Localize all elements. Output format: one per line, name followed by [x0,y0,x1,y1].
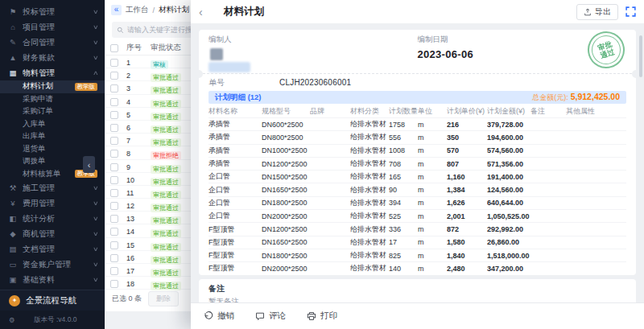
row-checkbox[interactable] [110,202,118,210]
detail-table-header: 材料名称规格型号品牌材料分类计划数量单位计划单价(¥)计划金额(¥)备注其他属性 [208,105,626,117]
breadcrumb-root[interactable]: 工作台 [126,5,149,15]
delete-button[interactable]: 删除 [148,291,179,306]
sidebar-item[interactable]: ¥ 费用管理 ∨ [0,195,105,211]
stats-icon: ◧ [8,214,18,223]
comment-button[interactable]: 评论 [255,310,286,322]
sidebar-item[interactable]: ▣ 基础资料 ∨ [0,272,105,287]
row-checkbox[interactable] [110,137,118,145]
row-checkbox[interactable] [110,124,118,132]
sidebar-item[interactable]: ◧ 统计分析 ∨ [0,211,105,226]
row-checkbox[interactable] [110,111,118,119]
table-row[interactable]: 承插管 DN1200*2500 给排水管材 708 m 807 571,356.… [208,157,626,170]
row-checkbox[interactable] [110,241,118,249]
drawer-header: ‹ 材料计划 导出 [191,0,644,24]
basics-icon: ▣ [8,275,18,284]
sidebar-item[interactable]: 出库单 [0,130,105,143]
construction-icon: ⚒ [8,183,18,192]
sidebar-item[interactable]: 退货单 [0,143,105,156]
remark-card: 备注 暂无备注 [199,279,636,302]
sidebar-item[interactable]: ▤ 文档管理 ∨ [0,241,105,257]
select-all-checkbox[interactable] [110,44,118,52]
undo-button[interactable]: 撤销 [204,310,234,322]
drawer-back-icon[interactable]: ‹ [199,6,210,18]
fullscreen-expand-icon[interactable] [625,6,636,17]
table-row[interactable]: 企口管 DN2000*2500 给排水管材 525 m 2,001 1,050,… [208,209,626,222]
column-header: 计划金额(¥) [487,106,530,117]
row-checkbox[interactable] [110,228,118,236]
sidebar-item[interactable]: 采购订单 [0,105,105,118]
creator-name-redacted [208,62,250,72]
bid-icon: ⚑ [8,7,18,16]
table-row[interactable]: F型顶管 DN1200*2500 给排水管材 336 m 872 292,992… [208,222,626,235]
sidebar-item[interactable]: ◆ 商机管理 ∨ [0,226,105,241]
table-row[interactable]: F型顶管 DN2000*2500 给排水管材 140 m 2,480 347,2… [208,261,626,274]
order-number: CLJH20230606001 [279,78,351,87]
finance-icon: ▲ [8,53,18,62]
version-bar: ⚙ 版本号 :v4.0.0 [0,310,105,329]
row-checkbox[interactable] [110,267,118,275]
sidebar-item[interactable]: ✎ 合同管理 ∨ [0,35,105,50]
column-header: 材料名称 [208,106,262,117]
divider [199,73,636,74]
materials-icon: ▦ [8,68,18,77]
row-checkbox[interactable] [110,163,118,171]
chevron-icon: ∨ [92,261,98,268]
scrollbar-thumb[interactable] [639,35,642,77]
export-button[interactable]: 导出 [576,4,618,20]
table-row[interactable]: F型顶管 DN1800*2500 给排水管材 825 m 1,840 1,518… [208,249,626,261]
project-icon: ⌂ [8,23,18,31]
row-checkbox[interactable] [110,176,118,184]
row-checkbox[interactable] [110,280,118,288]
sidebar-collapse-toggle[interactable]: ‹ [83,156,95,173]
sidebar-item[interactable]: 入库单 [0,118,105,131]
table-row[interactable]: 企口管 DN1500*2500 给排水管材 165 m 1,160 191,40… [208,170,626,183]
table-row[interactable]: 承插管 DN1000*2500 给排水管材 1008 m 570 574,560… [208,144,626,157]
total-amount: 5,912,425.00 [571,92,620,101]
settings-gear-icon[interactable]: ⚙ [9,316,15,324]
table-row[interactable]: 企口管 DN1650*2500 给排水管材 90 m 1,384 124,560… [208,183,626,195]
print-button[interactable]: 打印 [307,310,337,322]
order-number-row: 单号 CLJH20230606001 [208,76,626,88]
undo-icon [204,311,213,321]
docs-icon: ▤ [8,245,18,253]
column-header: 备注 [530,106,566,117]
detail-drawer: ‹ 材料计划 导出 编制人 [191,0,644,329]
table-row[interactable]: F型顶管 DN1650*2500 给排水管材 17 m 1,580 26,860… [208,236,626,249]
row-checkbox[interactable] [110,98,118,106]
business-icon: ◆ [8,229,18,238]
chevron-icon: ∨ [92,23,98,31]
chevron-icon: ∨ [92,230,98,237]
row-checkbox[interactable] [110,72,118,80]
sidebar-item[interactable]: 材料计划 教学版 [0,80,105,93]
table-row[interactable]: 企口管 DN1800*2500 给排水管材 394 m 1,626 640,64… [208,196,626,209]
sidebar-item[interactable]: ⚒ 施工管理 ∨ [0,180,105,195]
flow-navigation-entry[interactable]: ✦ 全景流程导航 [0,290,105,310]
table-row[interactable]: 承插管 DN600*2500 给排水管材 1758 m 216 379,728.… [208,117,626,130]
drawer-body: 编制人 编制日期 2023-06-06 审批通过 单号 CLJH20230606… [191,24,644,302]
row-checkbox[interactable] [110,59,118,67]
creator-field: 编制人 [208,35,418,72]
table-row[interactable]: 承插管 DN800*2500 给排水管材 556 m 350 194,600.0… [208,130,626,143]
column-header: 品牌 [310,106,350,117]
sidebar-item[interactable]: ▦ 物料管理 ∧ [0,65,105,80]
row-checkbox[interactable] [110,254,118,262]
sidebar-item[interactable]: 采购申请 [0,93,105,106]
sidebar-item[interactable]: ⌂ 项目管理 ∨ [0,19,105,35]
detail-count: 计划明细 (12) [215,93,262,103]
flow-nav-label: 全景流程导航 [26,295,76,306]
sidebar-item[interactable]: ▭ 资金账户管理 ∨ [0,257,105,272]
status-badge: 审批通过 [151,282,181,290]
chevron-icon: ∨ [92,54,98,61]
sidebar-item[interactable]: ⚑ 投标管理 ∨ [0,4,105,19]
sidebar-item[interactable]: ▲ 财务账款 ∨ [0,50,105,65]
export-icon [584,8,592,16]
row-checkbox[interactable] [110,150,118,158]
panel-collapse-icon[interactable]: « [111,5,122,15]
row-checkbox[interactable] [110,215,118,223]
row-checkbox[interactable] [110,84,118,93]
row-checkbox[interactable] [110,189,118,197]
comment-icon [255,311,265,321]
drawer-title: 材料计划 [224,5,264,19]
column-header: 计划数量 [389,106,418,117]
chevron-icon: ∨ [92,276,98,283]
